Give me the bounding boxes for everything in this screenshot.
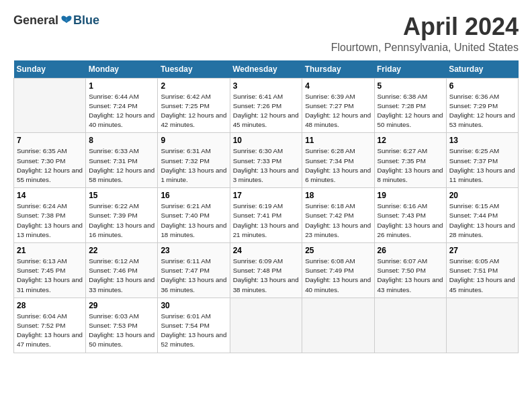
calendar-cell: 24Sunrise: 6:09 AMSunset: 7:48 PMDayligh…	[230, 243, 302, 298]
calendar-cell	[302, 298, 374, 353]
day-number: 3	[233, 81, 300, 91]
day-info: Sunrise: 6:08 AMSunset: 7:49 PMDaylight:…	[305, 257, 371, 295]
calendar-cell: 29Sunrise: 6:03 AMSunset: 7:53 PMDayligh…	[86, 298, 158, 353]
day-info: Sunrise: 6:38 AMSunset: 7:28 PMDaylight:…	[378, 92, 443, 130]
calendar-cell: 13Sunrise: 6:25 AMSunset: 7:37 PMDayligh…	[446, 133, 518, 188]
calendar-cell: 5Sunrise: 6:38 AMSunset: 7:28 PMDaylight…	[374, 78, 446, 133]
day-number: 8	[89, 136, 154, 145]
day-info: Sunrise: 6:09 AMSunset: 7:48 PMDaylight:…	[233, 257, 300, 295]
day-number: 30	[161, 301, 226, 310]
day-info: Sunrise: 6:11 AMSunset: 7:47 PMDaylight:…	[161, 257, 226, 295]
calendar-cell: 18Sunrise: 6:18 AMSunset: 7:42 PMDayligh…	[302, 188, 374, 243]
day-info: Sunrise: 6:30 AMSunset: 7:33 PMDaylight:…	[233, 146, 300, 185]
calendar-week-row: 14Sunrise: 6:24 AMSunset: 7:38 PMDayligh…	[14, 188, 519, 243]
day-header-sunday: Sunday	[14, 60, 86, 79]
calendar-cell: 11Sunrise: 6:28 AMSunset: 7:34 PMDayligh…	[302, 133, 374, 188]
calendar-cell: 20Sunrise: 6:15 AMSunset: 7:44 PMDayligh…	[446, 188, 518, 243]
day-info: Sunrise: 6:19 AMSunset: 7:41 PMDaylight:…	[233, 201, 300, 240]
day-number: 1	[89, 81, 154, 91]
calendar-cell: 14Sunrise: 6:24 AMSunset: 7:38 PMDayligh…	[14, 188, 86, 243]
day-number: 17	[233, 191, 300, 200]
calendar-cell: 8Sunrise: 6:33 AMSunset: 7:31 PMDaylight…	[86, 133, 158, 188]
calendar-cell: 22Sunrise: 6:12 AMSunset: 7:46 PMDayligh…	[86, 243, 158, 298]
day-number: 27	[449, 246, 515, 255]
calendar-cell	[374, 298, 446, 353]
calendar-table: SundayMondayTuesdayWednesdayThursdayFrid…	[13, 60, 519, 353]
calendar-cell	[230, 298, 302, 353]
day-number: 6	[449, 81, 515, 91]
header: General Blue April 2024 Flourtown, Penns…	[13, 13, 519, 54]
calendar-week-row: 21Sunrise: 6:13 AMSunset: 7:45 PMDayligh…	[14, 243, 519, 298]
day-info: Sunrise: 6:03 AMSunset: 7:53 PMDaylight:…	[89, 312, 154, 350]
day-info: Sunrise: 6:27 AMSunset: 7:35 PMDaylight:…	[378, 146, 443, 185]
calendar-cell: 1Sunrise: 6:44 AMSunset: 7:24 PMDaylight…	[86, 78, 158, 133]
calendar-cell: 2Sunrise: 6:42 AMSunset: 7:25 PMDaylight…	[158, 78, 230, 133]
day-number: 13	[449, 136, 515, 145]
calendar-cell: 6Sunrise: 6:36 AMSunset: 7:29 PMDaylight…	[446, 78, 518, 133]
calendar-cell: 15Sunrise: 6:22 AMSunset: 7:39 PMDayligh…	[86, 188, 158, 243]
day-number: 18	[305, 191, 371, 200]
day-number: 5	[378, 81, 443, 91]
day-info: Sunrise: 6:13 AMSunset: 7:45 PMDaylight:…	[17, 257, 83, 295]
calendar-cell: 17Sunrise: 6:19 AMSunset: 7:41 PMDayligh…	[230, 188, 302, 243]
day-info: Sunrise: 6:44 AMSunset: 7:24 PMDaylight:…	[89, 92, 154, 130]
day-info: Sunrise: 6:21 AMSunset: 7:40 PMDaylight:…	[161, 201, 226, 240]
day-info: Sunrise: 6:24 AMSunset: 7:38 PMDaylight:…	[17, 201, 83, 240]
calendar-cell: 10Sunrise: 6:30 AMSunset: 7:33 PMDayligh…	[230, 133, 302, 188]
calendar-cell: 23Sunrise: 6:11 AMSunset: 7:47 PMDayligh…	[158, 243, 230, 298]
calendar-cell: 9Sunrise: 6:31 AMSunset: 7:32 PMDaylight…	[158, 133, 230, 188]
day-info: Sunrise: 6:15 AMSunset: 7:44 PMDaylight:…	[449, 201, 515, 240]
day-header-wednesday: Wednesday	[230, 60, 302, 79]
day-number: 24	[233, 246, 300, 255]
day-number: 11	[305, 136, 371, 145]
day-number: 15	[89, 191, 154, 200]
calendar-cell: 27Sunrise: 6:05 AMSunset: 7:51 PMDayligh…	[446, 243, 518, 298]
calendar-cell: 3Sunrise: 6:41 AMSunset: 7:26 PMDaylight…	[230, 78, 302, 133]
day-info: Sunrise: 6:31 AMSunset: 7:32 PMDaylight:…	[161, 146, 226, 185]
calendar-cell: 28Sunrise: 6:04 AMSunset: 7:52 PMDayligh…	[14, 298, 86, 353]
calendar-cell: 16Sunrise: 6:21 AMSunset: 7:40 PMDayligh…	[158, 188, 230, 243]
day-number: 4	[305, 81, 371, 91]
day-header-thursday: Thursday	[302, 60, 374, 79]
day-number: 28	[17, 301, 83, 310]
day-number: 7	[17, 136, 83, 145]
logo-text: General Blue	[13, 13, 99, 28]
day-number: 14	[17, 191, 83, 200]
calendar-cell: 25Sunrise: 6:08 AMSunset: 7:49 PMDayligh…	[302, 243, 374, 298]
day-number: 29	[89, 301, 154, 310]
logo: General Blue	[13, 13, 99, 28]
day-info: Sunrise: 6:04 AMSunset: 7:52 PMDaylight:…	[17, 312, 83, 350]
day-number: 9	[161, 136, 226, 145]
day-info: Sunrise: 6:01 AMSunset: 7:54 PMDaylight:…	[161, 312, 226, 350]
calendar-cell	[14, 78, 86, 133]
day-number: 23	[161, 246, 226, 255]
calendar-week-row: 28Sunrise: 6:04 AMSunset: 7:52 PMDayligh…	[14, 298, 519, 353]
calendar-cell: 19Sunrise: 6:16 AMSunset: 7:43 PMDayligh…	[374, 188, 446, 243]
day-number: 16	[161, 191, 226, 200]
day-info: Sunrise: 6:22 AMSunset: 7:39 PMDaylight:…	[89, 201, 154, 240]
day-number: 12	[378, 136, 443, 145]
page-container: General Blue April 2024 Flourtown, Penns…	[0, 0, 532, 360]
day-header-saturday: Saturday	[446, 60, 518, 79]
day-number: 20	[449, 191, 515, 200]
day-info: Sunrise: 6:12 AMSunset: 7:46 PMDaylight:…	[89, 257, 154, 295]
day-info: Sunrise: 6:18 AMSunset: 7:42 PMDaylight:…	[305, 201, 371, 240]
calendar-week-row: 1Sunrise: 6:44 AMSunset: 7:24 PMDaylight…	[14, 78, 519, 133]
day-info: Sunrise: 6:16 AMSunset: 7:43 PMDaylight:…	[378, 201, 443, 240]
calendar-cell: 30Sunrise: 6:01 AMSunset: 7:54 PMDayligh…	[158, 298, 230, 353]
calendar-cell: 26Sunrise: 6:07 AMSunset: 7:50 PMDayligh…	[374, 243, 446, 298]
day-info: Sunrise: 6:05 AMSunset: 7:51 PMDaylight:…	[449, 257, 515, 295]
logo-blue: Blue	[73, 13, 99, 28]
day-header-monday: Monday	[86, 60, 158, 79]
day-number: 26	[378, 246, 443, 255]
day-number: 21	[17, 246, 83, 255]
calendar-cell	[446, 298, 518, 353]
day-info: Sunrise: 6:42 AMSunset: 7:25 PMDaylight:…	[161, 92, 226, 130]
day-info: Sunrise: 6:35 AMSunset: 7:30 PMDaylight:…	[17, 146, 83, 185]
day-info: Sunrise: 6:39 AMSunset: 7:27 PMDaylight:…	[305, 92, 371, 130]
title-section: April 2024 Flourtown, Pennsylvania, Unit…	[331, 13, 519, 54]
day-number: 10	[233, 136, 300, 145]
day-info: Sunrise: 6:41 AMSunset: 7:26 PMDaylight:…	[233, 92, 300, 130]
month-title: April 2024	[331, 13, 519, 40]
calendar-cell: 7Sunrise: 6:35 AMSunset: 7:30 PMDaylight…	[14, 133, 86, 188]
